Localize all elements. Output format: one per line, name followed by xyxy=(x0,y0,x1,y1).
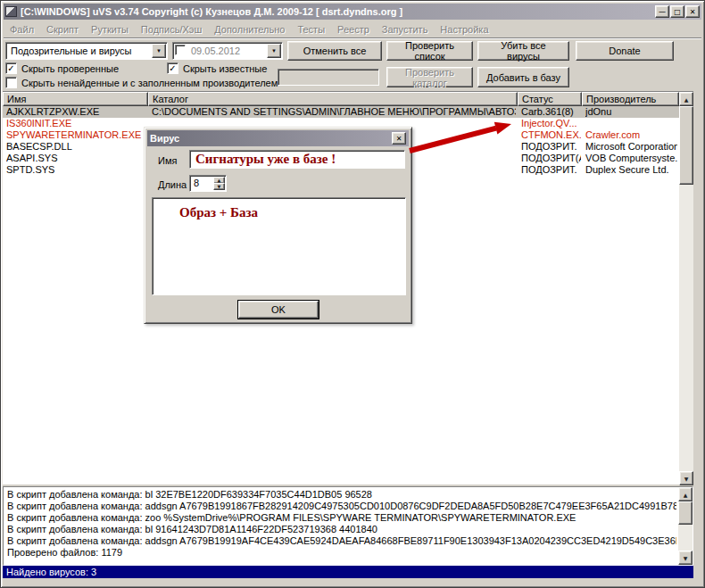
length-value: 8 xyxy=(194,178,199,188)
cell-vendor: Microsoft Corporation xyxy=(585,141,677,153)
viruses-found-status[interactable]: Найдено вирусов: 3 xyxy=(3,566,693,578)
cell-status: ПОДОЗРИТ. xyxy=(521,141,581,153)
window-title: [C:\WINDOWS] uVS v3.74 Copyright (c) Куз… xyxy=(21,6,655,17)
date-value: 09.05.2012 xyxy=(191,46,240,56)
column-header-status[interactable]: Статус xyxy=(518,92,582,106)
cell-name: SPYWARETERMINATOR.EXE xyxy=(6,129,147,141)
log-line[interactable]: В скрипт добавлена команда: addsgn A7679… xyxy=(4,501,676,512)
date-picker: 09.05.2012 ▼ xyxy=(172,42,283,60)
add-to-base-button[interactable]: Добавить в базу xyxy=(477,67,569,87)
spin-down-icon[interactable]: ▼ xyxy=(213,183,225,190)
close-button[interactable]: ✕ xyxy=(685,5,700,18)
menu-separator xyxy=(4,37,701,39)
virus-info-text: Образ + База xyxy=(179,205,258,220)
virus-dialog-title: Вирус xyxy=(150,133,392,144)
titlebar[interactable]: [C:\WINDOWS] uVS v3.74 Copyright (c) Куз… xyxy=(4,4,701,20)
log-scroll-down-icon[interactable]: ▼ xyxy=(678,551,693,565)
menu-item-run[interactable]: Запустить xyxy=(376,22,435,37)
check-directory-button: Проверить каталог xyxy=(386,67,473,87)
window-controls: — □ ✕ xyxy=(655,5,700,18)
name-label: Имя xyxy=(158,155,177,166)
hide-notfound-checkbox[interactable] xyxy=(5,77,17,88)
virus-name-input[interactable]: Сигнатуры уже в базе ! xyxy=(189,150,405,169)
length-spinner[interactable]: 8 ▲ ▼ xyxy=(189,175,227,192)
menubar: Файл Скрипт Руткиты Подпись/Хэш Дополнит… xyxy=(4,21,701,37)
menu-item-signature-hash[interactable]: Подпись/Хэш xyxy=(135,22,208,37)
scroll-down-icon[interactable]: ▼ xyxy=(679,471,693,485)
cell-path: C:\DOCUMENTS AND SETTINGS\ADMIN\ГЛАВНОЕ … xyxy=(152,106,516,118)
cell-name: ASAPI.SYS xyxy=(6,153,147,164)
cancel-all-button[interactable]: Отменить все xyxy=(287,41,382,61)
virus-dialog-titlebar[interactable]: Вирус ✕ xyxy=(147,130,409,146)
hide-known-label[interactable]: Скрыть известные xyxy=(183,63,267,74)
check-list-button[interactable]: Проверить список xyxy=(386,41,473,61)
table-row[interactable]: AJKXLRTZPXW.EXE C:\DOCUMENTS AND SETTING… xyxy=(3,106,679,118)
cell-status: ПОДОЗРИТ(А) xyxy=(521,153,581,164)
hide-notfound-label[interactable]: Скрыть ненайденные и с заполненным произ… xyxy=(21,78,278,88)
virus-dialog-close-button[interactable]: ✕ xyxy=(392,132,406,145)
filter-combobox[interactable]: Подозрительные и вирусы ▼ xyxy=(5,42,168,60)
cell-status: Carb.361(8) xyxy=(521,106,581,118)
cell-status: CTFMON.EX... xyxy=(521,129,581,141)
hide-checked-label[interactable]: Скрыть проверенные xyxy=(21,63,119,74)
cell-vendor: jdOnu xyxy=(585,106,677,118)
virus-dialog: Вирус ✕ Имя Сигнатуры уже в базе ! Длина… xyxy=(144,127,412,324)
donate-button[interactable]: Donate xyxy=(576,41,674,61)
log-line[interactable]: Проверено файлов: 1179 xyxy=(4,547,676,559)
menu-item-additional[interactable]: Дополнительно xyxy=(208,22,291,37)
cell-name: AJKXLRTZPXW.EXE xyxy=(6,106,147,118)
menu-item-registry[interactable]: Реестр xyxy=(331,22,376,37)
log-line[interactable]: В скрипт добавлена команда: zoo %SystemD… xyxy=(4,512,676,524)
length-label: Длина xyxy=(158,179,187,190)
column-header-path[interactable]: Каталог xyxy=(148,92,518,106)
ok-button[interactable]: OK xyxy=(238,301,319,319)
app-window: [C:\WINDOWS] uVS v3.74 Copyright (c) Куз… xyxy=(0,0,705,588)
virus-info-box[interactable]: Образ + База xyxy=(152,197,406,295)
hide-known-checkbox[interactable]: ✓ xyxy=(167,62,178,74)
virus-name-value: Сигнатуры уже в базе ! xyxy=(195,152,336,167)
menu-item-tests[interactable]: Тесты xyxy=(291,22,331,37)
hide-checked-checkbox[interactable]: ✓ xyxy=(5,62,17,74)
log-line[interactable]: В скрипт добавлена команда: addsgn A7679… xyxy=(4,535,676,547)
date-dropdown-icon[interactable]: ▼ xyxy=(267,44,281,58)
cell-status: ПОДОЗРИТ. xyxy=(521,164,581,176)
app-icon xyxy=(5,6,17,17)
script-log: В скрипт добавлена команда: bl 32E7BE122… xyxy=(3,486,693,566)
menu-item-file[interactable]: Файл xyxy=(4,22,40,37)
minimize-button[interactable]: — xyxy=(655,5,669,18)
filter-combobox-value: Подозрительные и вирусы xyxy=(11,46,131,56)
directory-field xyxy=(278,69,379,86)
list-scrollbar[interactable]: ▲ ▼ xyxy=(679,92,693,485)
date-checkbox[interactable] xyxy=(175,45,186,55)
log-scroll-up-icon[interactable]: ▲ xyxy=(678,487,693,501)
cell-status: Injector.QV... xyxy=(521,118,581,129)
cell-vendor: Crawler.com xyxy=(585,129,677,141)
cell-name: BASECSP.DLL xyxy=(6,141,147,153)
log-line[interactable]: В скрипт добавлена команда: bl 32E7BE122… xyxy=(4,489,676,501)
cell-vendor: Duplex Secure Ltd. xyxy=(585,164,677,176)
maximize-button[interactable]: □ xyxy=(670,5,684,18)
kill-all-viruses-button[interactable]: Убить все вирусы xyxy=(477,41,569,61)
cell-vendor: VOB Computersyste... xyxy=(585,153,677,164)
column-header-vendor[interactable]: Производитель xyxy=(582,92,679,106)
list-scrollbar-thumb[interactable] xyxy=(679,106,693,185)
menu-item-settings[interactable]: Настройка xyxy=(434,22,494,37)
menu-item-rootkits[interactable]: Руткиты xyxy=(85,22,135,37)
column-header-name[interactable]: Имя xyxy=(3,92,148,106)
cell-name: IS360INIT.EXE xyxy=(6,118,147,129)
log-line[interactable]: В скрипт добавлена команда: bl 91641243D… xyxy=(4,524,676,535)
cell-vendor xyxy=(585,118,677,129)
scroll-up-icon[interactable]: ▲ xyxy=(679,92,693,106)
cell-name: SPTD.SYS xyxy=(6,164,147,176)
log-scrollbar[interactable]: ▲ ▼ xyxy=(678,487,693,565)
filter-dropdown-icon[interactable]: ▼ xyxy=(152,44,166,58)
menu-item-script[interactable]: Скрипт xyxy=(40,22,85,37)
log-scrollbar-thumb[interactable] xyxy=(678,501,693,525)
